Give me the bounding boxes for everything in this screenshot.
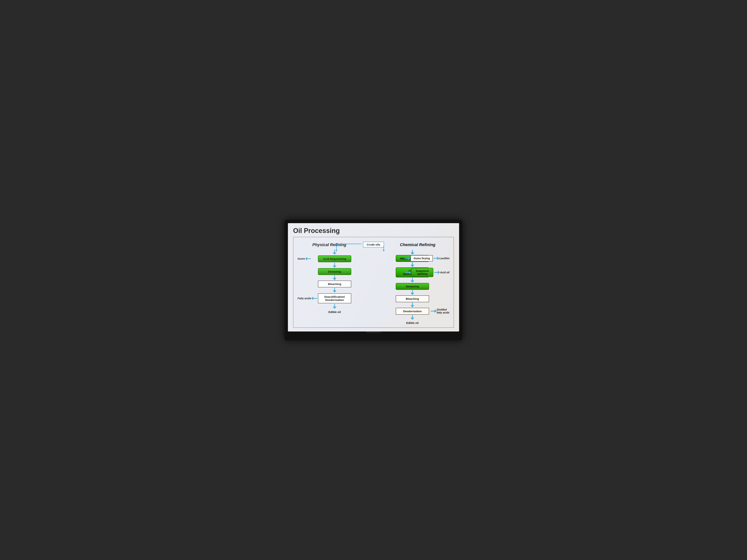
distilled-fatty-group: Distilled fatty acids [431,308,449,314]
bleaching-box: Bleaching [318,281,351,287]
acid-oil-label: Acid oil [440,271,449,274]
gums-drying-arrow [405,257,411,260]
bleaching-box-right: Bleaching [396,295,429,302]
chemical-refining-column: Water-Degumming Gums Drying [374,249,451,324]
arrow-to-bleaching [333,275,336,280]
deodorisation-row: Deodorisation Distilled fatty acids [375,308,449,315]
arrow-to-deodorisation [411,302,414,308]
soapstock-group: Soapstock Splitting Acid oil [405,268,449,277]
acid-degumming-box: Acid-Degumming [318,256,351,262]
gums-drying-box: Gums Drying [411,255,433,262]
gums-arrow [305,257,311,260]
tv-frame: Oil Processing [285,220,462,340]
lecithin-label: Lecithin [439,257,449,260]
arrow-to-alkali [411,262,414,267]
alkali-row: Alkali- Neutralisation Soapstock Splitti… [375,267,449,277]
gums-arrow-group: Gums [298,257,311,260]
water-degumming-row: Water-Degumming Gums Drying [375,255,449,262]
diagram-container: Physical Refining Crude oils Chemical Re… [293,237,454,328]
lecithin-arrow [434,257,439,260]
physical-refining-column: Gums Acid-Degumming [296,249,374,314]
arrow-to-bleaching-right [411,290,414,295]
chemical-col-inner: Water-Degumming Gums Drying [375,249,449,324]
slide: Oil Processing [288,223,459,331]
distilled-fatty-label: Distilled fatty acids [437,308,449,314]
connector-lines [296,240,451,251]
acid-degumming-row: Gums Acid-Degumming [298,256,372,262]
acid-oil-arrow [434,271,440,274]
deodorisation-box: Deodorisation [396,308,429,315]
gums-drying-group: Gums Drying Lecithin [405,255,449,262]
soapstock-box: Soapstock Splitting [411,268,433,277]
arrow-to-deacidification [333,288,336,293]
gums-label: Gums [298,257,305,260]
edible-oil-label-left: Edible oil [329,310,341,314]
deacidification-row: Fatty acids Deacidification/ Deodorisati… [298,293,372,303]
deacidification-box: Deacidification/ Deodorisation [318,293,351,303]
arrow-to-edible-oil-right [411,315,414,320]
soapstock-arrow-in [405,271,411,274]
tv-stand [366,331,381,333]
arrow-to-dewaxing-right [411,278,414,283]
edible-oil-label-right: Edible oil [406,321,419,324]
dewaxing-box-right: Dewaxing [396,283,429,290]
dewaxing-box: Dewaxing [318,268,351,275]
fatty-acids-arrow [311,297,317,300]
fatty-acids-label: Fatty acids [298,297,311,300]
fatty-acids-arrow-group: Fatty acids [298,297,317,300]
slide-title: Oil Processing [293,227,454,235]
distilled-fatty-arrow [431,310,437,313]
arrow-to-dewaxing [333,263,336,268]
arrow-to-edible-oil-left [333,304,336,309]
tv-screen: Oil Processing [288,223,459,331]
